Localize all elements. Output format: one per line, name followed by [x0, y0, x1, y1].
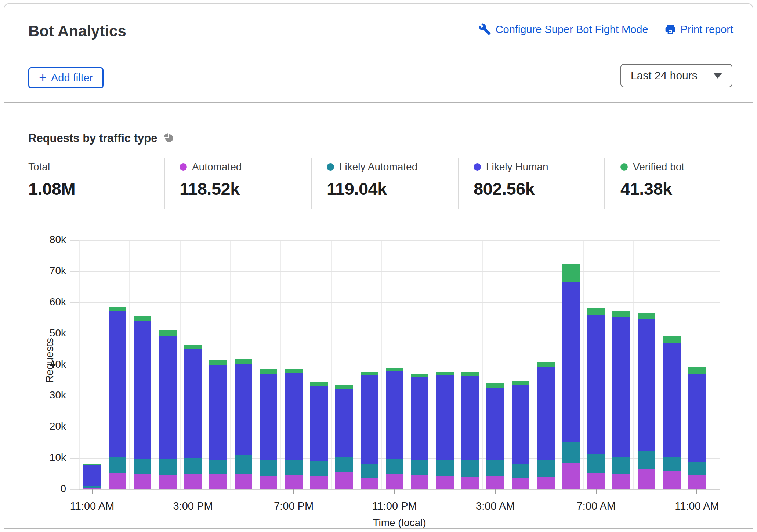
- x-tick: [394, 489, 395, 494]
- bar-segment-automated: [663, 471, 681, 489]
- x-tick-label: 11:00 AM: [48, 500, 136, 512]
- stacked-bar-hour-19[interactable]: [562, 264, 580, 489]
- bar-segment-automated: [461, 477, 479, 489]
- y-tick-label: 30k: [7, 389, 66, 401]
- stacked-bar-hour-16[interactable]: [486, 383, 504, 489]
- x-tick: [92, 489, 93, 494]
- bot-analytics-card: Bot Analytics Configure Super Bot Fight …: [4, 3, 753, 532]
- stacked-bar-hour-24[interactable]: [688, 367, 706, 489]
- y-gridline: [79, 240, 720, 241]
- bar-segment-verified-bot: [411, 374, 428, 376]
- bar-segment-verified-bot: [638, 313, 655, 319]
- bar-segment-likely-automated: [461, 460, 479, 477]
- bar-segment-likely-human: [361, 375, 378, 464]
- stacked-bar-hour-15[interactable]: [461, 372, 479, 489]
- bar-segment-automated: [411, 475, 428, 489]
- y-tick: [70, 271, 79, 272]
- x-tick: [293, 489, 294, 494]
- stacked-bar-hour-12[interactable]: [386, 368, 403, 489]
- stacked-bar-hour-9[interactable]: [310, 382, 328, 489]
- bar-segment-verified-bot: [386, 368, 403, 371]
- stacked-bar-hour-14[interactable]: [436, 372, 454, 489]
- bar-segment-automated: [235, 474, 252, 489]
- x-tick-label: 7:00 AM: [552, 500, 640, 512]
- stacked-bar-hour-20[interactable]: [587, 308, 605, 489]
- y-tick-label: 70k: [7, 265, 66, 277]
- bar-segment-verified-bot: [209, 360, 227, 365]
- y-tick: [70, 240, 79, 241]
- bar-segment-automated: [587, 473, 605, 489]
- stacked-bar-hour-3[interactable]: [159, 330, 177, 489]
- bar-segment-likely-human: [209, 365, 227, 460]
- bar-segment-likely-human: [310, 386, 328, 461]
- bar-segment-automated: [612, 474, 630, 489]
- stacked-bar-hour-5[interactable]: [209, 360, 227, 489]
- y-gridline: [79, 302, 720, 303]
- bar-segment-verified-bot: [159, 330, 177, 335]
- bar-segment-automated: [109, 473, 126, 489]
- bar-segment-automated: [537, 477, 555, 489]
- stacked-bar-hour-8[interactable]: [285, 369, 303, 489]
- bar-segment-verified-bot: [688, 367, 706, 374]
- bar-segment-likely-automated: [285, 460, 303, 475]
- y-tick: [70, 302, 79, 303]
- bar-segment-automated: [209, 474, 227, 489]
- bar-segment-likely-automated: [663, 457, 681, 472]
- stacked-bar-hour-18[interactable]: [537, 362, 555, 489]
- y-tick-label: 20k: [7, 420, 66, 432]
- bar-segment-automated: [285, 475, 303, 489]
- bar-segment-automated: [638, 469, 655, 489]
- stacked-bar-hour-4[interactable]: [184, 345, 202, 489]
- stacked-bar-hour-11[interactable]: [361, 372, 378, 489]
- bar-segment-verified-bot: [109, 307, 126, 311]
- bar-segment-likely-human: [612, 317, 630, 458]
- bar-segment-likely-automated: [386, 459, 403, 474]
- bar-segment-likely-automated: [436, 460, 454, 476]
- bar-segment-automated: [184, 474, 202, 489]
- x-tick-label: 7:00 PM: [250, 500, 338, 512]
- bar-segment-likely-human: [537, 367, 555, 460]
- bar-segment-likely-human: [638, 319, 655, 451]
- bar-segment-likely-automated: [209, 460, 227, 474]
- bar-segment-automated: [436, 476, 454, 489]
- bar-segment-likely-human: [109, 311, 126, 457]
- stacked-bar-hour-17[interactable]: [512, 381, 529, 489]
- bar-segment-likely-human: [512, 385, 529, 464]
- stacked-bar-hour-2[interactable]: [134, 316, 151, 489]
- y-gridline: [79, 271, 720, 272]
- y-tick: [70, 489, 79, 490]
- x-tick-label: 11:00 AM: [653, 500, 741, 512]
- bar-segment-likely-human: [184, 349, 202, 458]
- stacked-bar-hour-13[interactable]: [411, 374, 428, 489]
- plot-area: [79, 240, 720, 489]
- bar-segment-verified-bot: [184, 345, 202, 349]
- x-tick: [596, 489, 597, 494]
- requests-chart: Requests 80k70k60k50k40k30k20k10k0 11:00…: [4, 4, 753, 532]
- stacked-bar-hour-0[interactable]: [83, 464, 101, 489]
- stacked-bar-hour-6[interactable]: [235, 359, 252, 489]
- stacked-bar-hour-22[interactable]: [638, 313, 655, 489]
- bar-segment-automated: [159, 475, 177, 489]
- stacked-bar-hour-1[interactable]: [109, 307, 126, 489]
- bar-segment-likely-automated: [512, 464, 529, 477]
- bar-segment-verified-bot: [285, 369, 303, 373]
- bar-segment-likely-automated: [537, 460, 555, 477]
- bar-segment-likely-human: [436, 375, 454, 460]
- y-tick: [70, 365, 79, 365]
- y-tick-label: 40k: [7, 358, 66, 370]
- y-tick-label: 60k: [7, 296, 66, 308]
- bar-segment-verified-bot: [134, 316, 151, 321]
- y-tick: [70, 396, 79, 396]
- stacked-bar-hour-7[interactable]: [260, 369, 277, 489]
- bar-segment-likely-automated: [638, 451, 655, 469]
- bar-segment-likely-automated: [260, 460, 277, 476]
- x-tick-label: 11:00 PM: [351, 500, 439, 512]
- bar-segment-likely-automated: [184, 458, 202, 474]
- stacked-bar-hour-10[interactable]: [335, 385, 353, 489]
- stacked-bar-hour-23[interactable]: [663, 336, 681, 489]
- y-tick: [70, 427, 79, 427]
- stacked-bar-hour-21[interactable]: [612, 311, 630, 489]
- bar-segment-likely-automated: [688, 462, 706, 475]
- bar-segment-verified-bot: [537, 362, 555, 367]
- bar-segment-verified-bot: [562, 264, 580, 282]
